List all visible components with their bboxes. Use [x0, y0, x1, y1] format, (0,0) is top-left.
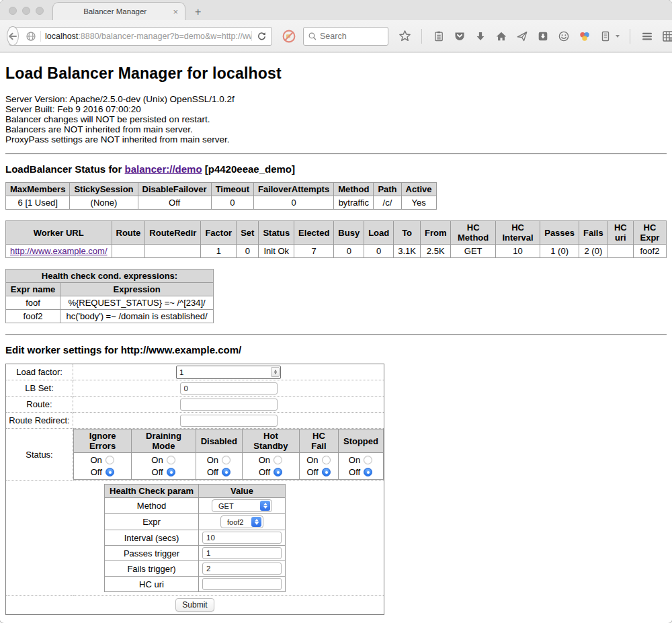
fails-input[interactable] — [202, 563, 282, 575]
form-row-status: Status: Ignore Errors Draining Mode Disa… — [6, 429, 384, 481]
share-button[interactable] — [515, 30, 529, 43]
url-text[interactable]: localhost:8880/balancer-manager?b=demo&w… — [41, 32, 251, 41]
site-identity-button[interactable] — [22, 31, 41, 42]
pocket-icon — [454, 30, 466, 42]
hc-fail-off-radio[interactable] — [322, 468, 331, 476]
table-cell: 6 [1 Used] — [6, 196, 70, 210]
method-select[interactable]: GET — [212, 499, 272, 512]
hc-fail-on-radio[interactable] — [322, 456, 331, 464]
hc-uri-input[interactable] — [202, 578, 282, 590]
sidebar-button[interactable] — [599, 30, 612, 43]
bookmark-button[interactable] — [398, 30, 411, 43]
clipboard-icon — [433, 30, 445, 42]
header-row: Ignore Errors Draining Mode Disabled Hot… — [74, 429, 384, 453]
column-header: Active — [401, 183, 436, 196]
passes-input[interactable] — [202, 547, 282, 559]
worker-url-link[interactable]: http://www.example.com/ — [10, 246, 108, 256]
grid-icon — [661, 30, 672, 43]
menu-button[interactable] — [640, 30, 654, 43]
page-content: Load Balancer Manager for localhost Serv… — [0, 52, 672, 622]
table-cell: 0 — [253, 196, 333, 210]
zoom-window-button[interactable] — [36, 7, 44, 15]
load-factor-label: Load factor: — [6, 364, 73, 380]
table-row: foof2 hc('body') =~ /domain is establish… — [6, 310, 214, 323]
number-stepper-icon[interactable] — [271, 367, 280, 377]
close-window-button[interactable] — [9, 7, 17, 15]
home-button[interactable] — [495, 30, 508, 43]
disabled-off-radio[interactable] — [222, 468, 230, 476]
search-bar[interactable] — [303, 27, 388, 46]
stopped-on-radio[interactable] — [364, 456, 372, 464]
radio-row: On Off On Off On Off — [74, 453, 384, 480]
table-cell: 0 — [364, 245, 394, 258]
new-tab-button[interactable]: + — [195, 7, 201, 17]
disabled-on-radio[interactable] — [222, 456, 230, 464]
lb-set-input[interactable] — [180, 382, 278, 394]
chevron-down-icon[interactable] — [616, 35, 620, 38]
heading-text: LoadBalancer Status for — [5, 163, 125, 175]
column-header: FailoverAttempts — [253, 183, 333, 196]
expr-name-cell: foof — [6, 296, 60, 310]
table-cell: 2.5K — [420, 245, 451, 258]
table-cell: 1 (0) — [540, 245, 579, 258]
interval-input[interactable] — [202, 532, 282, 544]
colors-extension-button[interactable] — [578, 30, 591, 43]
stopped-off-radio[interactable] — [364, 468, 372, 476]
expr-select[interactable]: foof2 — [220, 515, 263, 528]
reading-list-button[interactable] — [432, 30, 446, 43]
hc-uri-label: HC uri — [105, 577, 199, 592]
expr-selected-value: foof2 — [227, 518, 243, 526]
worker-status-table: Worker URLRouteRouteRedirFactorSetStatus… — [5, 220, 667, 258]
emoji-button[interactable] — [557, 30, 571, 43]
send-icon — [516, 30, 528, 42]
edit-worker-heading: Edit worker settings for http://www.exam… — [5, 344, 667, 356]
tab-balancer-manager[interactable]: Balancer Manager × — [52, 2, 185, 20]
load-factor-field[interactable] — [176, 366, 281, 379]
off-label: Off — [259, 467, 270, 477]
reload-button[interactable] — [251, 31, 271, 41]
download-box-icon — [537, 30, 549, 42]
ignore-errors-off-radio[interactable] — [106, 468, 114, 476]
tiles-extension-button[interactable] — [661, 30, 672, 43]
form-row-route-redirect: Route Redirect: — [6, 413, 384, 429]
column-header: Route — [112, 221, 145, 245]
table-cell: GET — [451, 245, 495, 258]
table-cell: 7 — [294, 245, 334, 258]
url-bar[interactable]: localhost:8880/balancer-manager?b=demo&w… — [9, 27, 272, 46]
search-icon[interactable] — [308, 32, 317, 41]
downloads-button[interactable] — [474, 30, 487, 43]
table-title-row: Health check cond. expressions: — [6, 269, 214, 283]
submit-button[interactable]: Submit — [175, 598, 214, 612]
minimize-window-button[interactable] — [22, 7, 30, 15]
column-header: StickySession — [70, 183, 138, 196]
hot-standby-off-radio[interactable] — [274, 468, 282, 476]
divider — [5, 153, 667, 155]
draining-mode-off-radio[interactable] — [167, 468, 175, 476]
window-controls[interactable] — [9, 7, 44, 15]
download-panel-button[interactable] — [536, 30, 550, 43]
column-header: DisableFailover — [138, 183, 211, 196]
balancer-demo-link[interactable]: balancer://demo — [125, 163, 202, 175]
expr-label: Expr — [105, 514, 199, 530]
table-cell — [607, 245, 633, 258]
table-cell: bytraffic — [334, 196, 374, 210]
method-selected-value: GET — [218, 502, 234, 510]
back-button[interactable] — [7, 26, 19, 46]
table-cell: Init Ok — [259, 245, 294, 258]
extension-blocked-button[interactable] — [282, 29, 296, 44]
tab-close-icon[interactable]: × — [171, 7, 179, 16]
pocket-button[interactable] — [453, 30, 466, 43]
column-header: Elected — [294, 221, 334, 245]
route-input[interactable] — [180, 399, 278, 411]
hamburger-icon — [640, 30, 654, 43]
table-cell: 0 — [211, 196, 253, 210]
column-header: Path — [374, 183, 401, 196]
hot-standby-on-radio[interactable] — [274, 456, 282, 464]
load-factor-input[interactable] — [177, 367, 271, 378]
column-header: Ignore Errors — [74, 429, 132, 453]
column-header: Expr name — [6, 283, 60, 296]
draining-mode-on-radio[interactable] — [167, 456, 175, 464]
ignore-errors-on-radio[interactable] — [106, 456, 114, 464]
route-redirect-input[interactable] — [180, 415, 278, 427]
search-input[interactable] — [320, 32, 384, 41]
